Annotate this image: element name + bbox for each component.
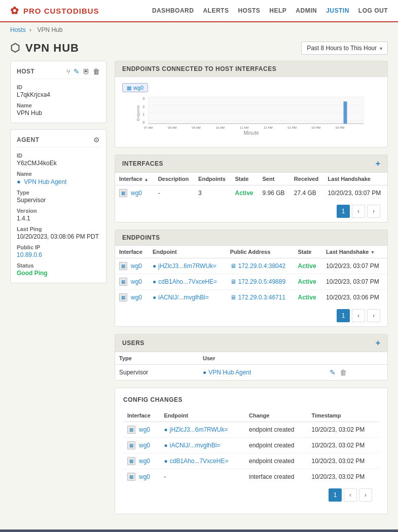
users-col-user: User xyxy=(199,352,325,365)
user-edit-icon[interactable]: ✎ xyxy=(330,368,336,376)
interfaces-page-1[interactable]: 1 xyxy=(337,205,350,218)
ep-endpoint-link-2[interactable]: ● iACNlJ/...mvglhBl= xyxy=(153,294,222,301)
endpoints-page-prev[interactable]: ‹ xyxy=(352,309,365,322)
config-page-1[interactable]: 1 xyxy=(329,488,342,502)
ep-endpoint-link-0[interactable]: ● jHZlcJ3...6m7RWUk= xyxy=(153,262,222,270)
endpoints-pagination: 1 ‹ › xyxy=(115,305,387,326)
cc-change-2: endpoint created xyxy=(245,453,308,469)
ep-pubaddr-link-2[interactable]: 🖥 172.29.0.3:46711 xyxy=(230,294,290,301)
ep-endpoint-2: ● iACNlJ/...mvglhBl= xyxy=(149,290,226,306)
cc-ep-link-2[interactable]: ● cdB1Aho...7VxceHE= xyxy=(164,458,241,465)
ep-wg0-link-1[interactable]: ▦ wg0 xyxy=(119,278,144,286)
svg-rect-11 xyxy=(344,101,347,124)
interfaces-page-prev[interactable]: ‹ xyxy=(352,205,365,218)
table-row: ▦ wg0 - interface created 10/20/23, 03:0… xyxy=(123,469,379,485)
user-delete-icon[interactable]: 🗑 xyxy=(340,368,347,376)
breadcrumb: Hosts › VPN Hub xyxy=(0,22,398,37)
host-shield-icon[interactable]: ⛨ xyxy=(83,67,90,75)
main-layout: HOST ⑂ ✎ ⛨ 🗑 ID L7qkKrjcxa4 Name VPN Hub… xyxy=(0,61,398,524)
chart-tab-icon: ▦ xyxy=(127,85,131,91)
nav-admin[interactable]: ADMIN xyxy=(296,7,317,14)
interfaces-title: INTERFACES xyxy=(122,160,163,167)
interface-desc-cell: - xyxy=(154,185,194,201)
host-id-value: L7qkKrjcxa4 xyxy=(17,91,100,98)
wg-icon: ▦ xyxy=(119,278,127,286)
endpoints-title: ENDPOINTS xyxy=(122,234,160,241)
users-body: Type User Supervisor ● VPN Hub Agent xyxy=(115,352,387,380)
host-delete-icon[interactable]: 🗑 xyxy=(93,67,100,75)
agent-lastping-value: 10/20/2023, 03:08:06 PM PDT xyxy=(17,233,100,240)
ep-endpoint-link-1[interactable]: ● cdB1Aho...7VxceHE= xyxy=(153,278,222,285)
chart-tab-wg0[interactable]: ▦ wg0 xyxy=(122,83,148,92)
wg-icon: ▦ xyxy=(119,262,127,270)
cc-col-interface: Interface xyxy=(123,409,160,422)
ep-pubaddr-link-0[interactable]: 🖥 172.29.0.4:38042 xyxy=(230,262,290,270)
ep-endpoint-1: ● cdB1Aho...7VxceHE= xyxy=(149,274,226,290)
cc-timestamp-0: 10/20/23, 03:02 PM xyxy=(308,422,380,438)
users-add-button[interactable]: + xyxy=(376,338,380,348)
ep-pubaddr-link-1[interactable]: 🖥 172.29.0.5:49889 xyxy=(230,278,290,285)
cc-endpoint-0: ● jHZlcJ3...6m7RWUk= xyxy=(160,422,245,438)
config-changes-table: Interface Endpoint Change Timestamp ▦ wg… xyxy=(123,409,379,484)
cc-ep-link-1[interactable]: ● iACNlJ/...mvglhBl= xyxy=(164,442,241,449)
ep-col-interface: Interface xyxy=(115,246,149,258)
users-card: USERS + Type User Supervisor xyxy=(115,334,388,381)
wg-icon: ▦ xyxy=(127,426,135,434)
cc-wg-link-3[interactable]: ▦ wg0 xyxy=(127,473,156,481)
config-pagination: 1 ‹ › xyxy=(123,484,379,506)
breadcrumb-current: VPN Hub xyxy=(37,26,62,33)
endpoints-card: ENDPOINTS Interface Endpoint Public Addr… xyxy=(115,230,388,327)
breadcrumb-hosts[interactable]: Hosts xyxy=(10,26,26,33)
agent-id-value: Y6zCMJ4koEk xyxy=(17,160,100,167)
endpoints-chart-title: ENDPOINTS CONNECTED TO HOST INTERFACES xyxy=(122,65,276,72)
ep-wg0-link-0[interactable]: ▦ wg0 xyxy=(119,262,144,270)
interface-endpoints-cell: 3 xyxy=(194,185,231,201)
agent-status-value: Good Ping xyxy=(17,270,100,277)
time-selector[interactable]: Past 8 Hours to This Hour ▾ xyxy=(301,42,388,55)
config-page-next[interactable]: › xyxy=(359,488,372,502)
ep-pubaddr-2: 🖥 172.29.0.3:46711 xyxy=(226,290,294,306)
host-edit-icon[interactable]: ✎ xyxy=(74,67,80,75)
interface-wg0-link[interactable]: ▦ wg0 xyxy=(119,189,150,197)
agent-name-link[interactable]: VPN Hub Agent xyxy=(24,178,66,185)
cc-wg-link-1[interactable]: ▦ wg0 xyxy=(127,441,156,449)
user-agent-link[interactable]: ● VPN Hub Agent xyxy=(203,369,321,376)
cc-wg-link-2[interactable]: ▦ wg0 xyxy=(127,457,156,465)
svg-text:03 PM: 03 PM xyxy=(336,126,345,129)
chart-x-label: Minute xyxy=(122,130,380,136)
page-title-area: ⬡ VPN HUB Past 8 Hours to This Hour ▾ xyxy=(0,37,398,61)
ep-col-publicaddress: Public Address xyxy=(226,246,294,258)
agent-gear-icon[interactable]: ⚙ xyxy=(93,136,100,144)
ep-state-0: Active xyxy=(294,258,322,274)
nav-dashboard[interactable]: DASHBOARD xyxy=(152,7,194,14)
nav-logout[interactable]: LOG OUT xyxy=(358,7,388,14)
endpoints-page-1[interactable]: 1 xyxy=(337,309,350,322)
agent-status-label: Status xyxy=(17,262,100,269)
nav-user[interactable]: JUSTIN xyxy=(326,7,349,14)
cc-wg-link-0[interactable]: ▦ wg0 xyxy=(127,426,156,434)
interfaces-page-next[interactable]: › xyxy=(367,205,380,218)
interfaces-add-button[interactable]: + xyxy=(376,159,380,168)
ep-interface-1: ▦ wg0 xyxy=(115,274,149,290)
nav-help[interactable]: HELP xyxy=(269,7,286,14)
config-changes-card: CONFIG CHANGES Interface Endpoint Change… xyxy=(115,388,388,514)
host-network-icon[interactable]: ⑂ xyxy=(66,67,70,75)
wg-icon: ▦ xyxy=(127,473,135,481)
agent-ip-link[interactable]: 10.89.0.6 xyxy=(17,251,100,258)
endpoints-page-next[interactable]: › xyxy=(367,309,380,322)
cc-timestamp-3: 10/20/23, 03:02 PM xyxy=(308,469,380,485)
config-page-prev[interactable]: ‹ xyxy=(344,488,357,502)
svg-text:0: 0 xyxy=(142,121,144,124)
ep-wg0-link-2[interactable]: ▦ wg0 xyxy=(119,293,144,301)
agent-name-value: ● VPN Hub Agent xyxy=(17,178,100,185)
host-card-title: HOST xyxy=(17,68,34,75)
wg-icon: ▦ xyxy=(127,457,135,465)
cc-col-timestamp: Timestamp xyxy=(308,409,380,422)
wg-icon: ▦ xyxy=(119,293,127,301)
svg-text:07 AM: 07 AM xyxy=(144,126,153,129)
nav-hosts[interactable]: HOSTS xyxy=(238,7,260,14)
cc-ep-link-0[interactable]: ● jHZlcJ3...6m7RWUk= xyxy=(164,426,241,433)
cc-endpoint-1: ● iACNlJ/...mvglhBl= xyxy=(160,438,245,453)
nav-alerts[interactable]: ALERTS xyxy=(203,7,229,14)
endpoints-chart-header: ENDPOINTS CONNECTED TO HOST INTERFACES xyxy=(115,61,387,77)
